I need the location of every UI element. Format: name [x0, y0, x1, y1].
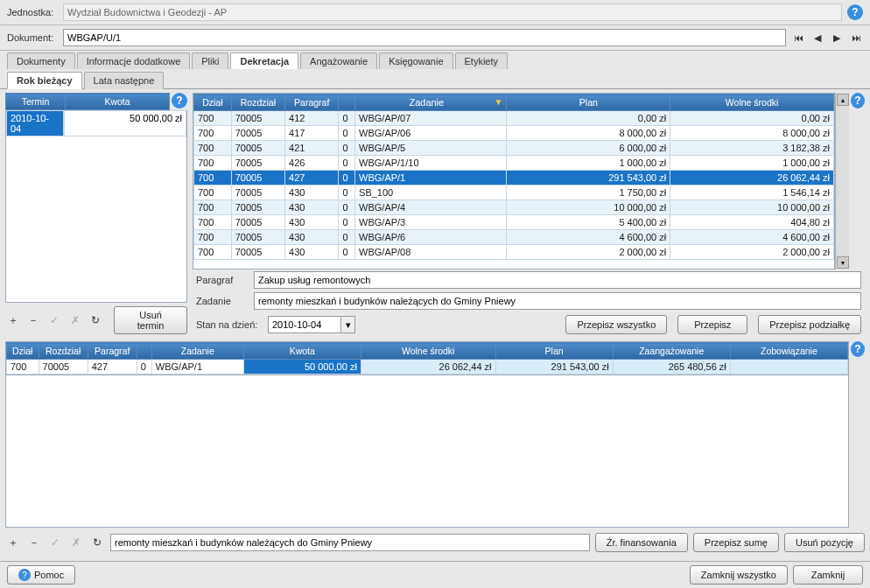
- zr-finansowania-button[interactable]: Źr. finansowania: [595, 533, 688, 552]
- chevron-down-icon[interactable]: ▾: [341, 316, 355, 333]
- cancel-icon: ✗: [67, 312, 83, 328]
- cell-plan: 291 543,00 zł: [495, 360, 613, 374]
- przepisz-wszystko-button[interactable]: Przepisz wszystko: [565, 315, 667, 334]
- plan-row[interactable]: 700700054300WBG/AP/410 000,00 zł10 000,0…: [194, 200, 834, 215]
- cell-par: 430: [285, 245, 339, 260]
- plan-row[interactable]: 700700054120WBG/AP/070,00 zł0,00 zł: [194, 111, 834, 126]
- cell-rozdzial: 70005: [39, 360, 88, 374]
- plan-row[interactable]: 700700054270WBG/AP/1291 543,00 zł26 062,…: [194, 171, 834, 186]
- dokument-field[interactable]: [63, 29, 786, 46]
- usun-termin-button[interactable]: Usuń termin: [114, 306, 187, 334]
- nav-last-icon[interactable]: ⏭: [849, 31, 863, 45]
- cell-rozdzial: 70005: [231, 156, 284, 171]
- col-dzial: Dział: [194, 94, 232, 111]
- scroll-up-icon[interactable]: ▴: [837, 94, 849, 106]
- add-icon[interactable]: ＋: [5, 312, 21, 328]
- przepisz-sume-button[interactable]: Przepisz sumę: [693, 533, 779, 552]
- plan-row[interactable]: 700700054300WBG/AP/082 000,00 zł2 000,00…: [194, 245, 834, 260]
- plan-row[interactable]: 700700054300SB_1001 750,00 zł1 546,14 zł: [194, 186, 834, 200]
- zadanie-field[interactable]: [254, 292, 861, 310]
- cell-wol: 1 000,00 zł: [670, 156, 834, 171]
- nav-first-icon[interactable]: ⏮: [791, 31, 805, 45]
- nav-next-icon[interactable]: ▶: [830, 31, 844, 45]
- filter-icon[interactable]: ▼: [495, 97, 503, 107]
- cell-n: 0: [339, 200, 355, 215]
- termin-row[interactable]: 2010-10-04 50 000,00 zł: [6, 110, 186, 136]
- cell-zad: WBG/AP/3: [355, 215, 507, 230]
- zamknij-wszystko-button[interactable]: Zamknij wszystko: [690, 565, 788, 584]
- dek-empty-area: [5, 375, 849, 528]
- cancel-icon: ✗: [68, 535, 84, 550]
- help-icon[interactable]: ?: [847, 4, 863, 20]
- stan-label: Stan na dzień:: [196, 319, 263, 330]
- scrollbar[interactable]: ▴ ▾: [835, 93, 849, 270]
- cell-plan: 5 400,00 zł: [507, 215, 670, 230]
- tab-dekretacja[interactable]: Dekretacja: [230, 52, 298, 69]
- jednostka-label: Jednostka:: [7, 7, 58, 18]
- add-icon[interactable]: ＋: [5, 535, 21, 550]
- cell-plan: 1 750,00 zł: [507, 186, 670, 200]
- paragraf-field[interactable]: [254, 271, 861, 289]
- col-rozdzial: Rozdział: [231, 94, 284, 111]
- usun-pozycje-button[interactable]: Usuń pozycję: [784, 533, 865, 552]
- cell-n: 0: [339, 126, 355, 141]
- cell-par: 421: [285, 141, 339, 156]
- tab-etykiety[interactable]: Etykiety: [455, 52, 509, 69]
- cell-zad: WBG/AP/6: [355, 230, 507, 245]
- stan-date-field[interactable]: [268, 316, 341, 333]
- przepisz-podzialke-button[interactable]: Przepisz podziałkę: [758, 315, 861, 334]
- cell-kwota: 50 000,00 zł: [243, 360, 361, 374]
- cell-dzial: 700: [194, 200, 232, 215]
- plan-row[interactable]: 700700054260WBG/AP/1/101 000,00 zł1 000,…: [194, 156, 834, 171]
- cell-plan: 1 000,00 zł: [507, 156, 670, 171]
- tab-dokumenty[interactable]: Dokumenty: [7, 52, 75, 69]
- scroll-down-icon[interactable]: ▾: [837, 256, 849, 269]
- tab-pliki[interactable]: Pliki: [192, 52, 228, 69]
- plan-row[interactable]: 700700054210WBG/AP/56 000,00 zł3 182,38 …: [194, 141, 834, 156]
- bottom-desc-field[interactable]: [110, 534, 590, 551]
- pomoc-button[interactable]: ? Pomoc: [7, 565, 75, 584]
- remove-icon[interactable]: －: [26, 535, 42, 550]
- plan-header-row: Dział Rozdział Paragraf Zadanie ▼ Plan W…: [194, 94, 834, 111]
- refresh-icon[interactable]: ↻: [88, 312, 103, 328]
- kwota-header: Kwota: [66, 94, 170, 110]
- help-icon[interactable]: ?: [851, 341, 865, 357]
- termin-header-row: Termin Kwota: [6, 94, 170, 110]
- tab-informacje-dodatkowe[interactable]: Informacje dodatkowe: [77, 52, 191, 69]
- remove-icon[interactable]: －: [26, 312, 42, 328]
- dek-header-row: Dział Rozdział Paragraf Zadanie Kwota Wo…: [7, 343, 848, 360]
- cell-zad: WBG/AP/5: [355, 141, 507, 156]
- help-icon[interactable]: ?: [172, 93, 187, 108]
- cell-rozdzial: 70005: [231, 200, 284, 215]
- subtab-rok-bieżący[interactable]: Rok bieżący: [7, 72, 82, 89]
- zamknij-button[interactable]: Zamknij: [793, 565, 863, 584]
- col-n: [137, 343, 151, 360]
- nav-prev-icon[interactable]: ◀: [810, 31, 824, 45]
- cell-dzial: 700: [194, 186, 232, 200]
- subtab-lata-następne[interactable]: Lata następne: [84, 72, 165, 89]
- paragraf-label: Paragraf: [196, 275, 249, 285]
- dek-row[interactable]: 700 70005 427 0 WBG/AP/1 50 000,00 zł 26…: [7, 360, 848, 374]
- tab-księgowanie[interactable]: Księgowanie: [379, 52, 453, 69]
- kwota-cell: 50 000,00 zł: [64, 110, 186, 136]
- cell-dzial: 700: [194, 111, 232, 126]
- tab-angażowanie[interactable]: Angażowanie: [300, 52, 377, 69]
- cell-plan: 10 000,00 zł: [507, 200, 670, 215]
- cell-n: 0: [339, 141, 355, 156]
- plan-row[interactable]: 700700054300WBG/AP/64 600,00 zł4 600,00 …: [194, 230, 834, 245]
- plan-row[interactable]: 700700054170WBG/AP/068 000,00 zł8 000,00…: [194, 126, 834, 141]
- cell-zad: WBG/AP/1/10: [355, 156, 507, 171]
- termin-header: Termin: [6, 94, 66, 110]
- cell-plan: 2 000,00 zł: [507, 245, 670, 260]
- col-wolne: Wolne środki: [361, 343, 495, 360]
- plan-row[interactable]: 700700054300WBG/AP/35 400,00 zł404,80 zł: [194, 215, 834, 230]
- confirm-icon: ✓: [46, 312, 62, 328]
- przepisz-button[interactable]: Przepisz: [677, 315, 747, 334]
- help-icon[interactable]: ?: [851, 93, 865, 108]
- cell-zad: WBG/AP/07: [355, 111, 507, 126]
- refresh-icon[interactable]: ↻: [89, 535, 105, 550]
- cell-zad: WBG/AP/08: [355, 245, 507, 260]
- col-wolne: Wolne środki: [670, 94, 834, 111]
- cell-rozdzial: 70005: [231, 111, 284, 126]
- cell-plan: 291 543,00 zł: [507, 171, 670, 186]
